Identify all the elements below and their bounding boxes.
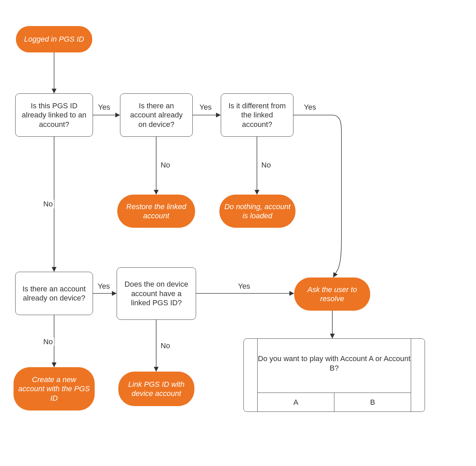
action-do-nothing: Do nothing, account is loaded — [219, 195, 295, 228]
action-ask-user: Ask the user to resolve — [294, 278, 370, 311]
decision-different-linked: Is it different from the linked account? — [221, 93, 293, 137]
decision-device-has-pgs-label: Does the on device account have a linked… — [122, 280, 191, 308]
action-link-pgs: Link PGS ID with device account — [118, 372, 194, 406]
action-restore-label: Restore the linked account — [122, 202, 190, 221]
action-ask-user-label: Ask the user to resolve — [299, 285, 365, 304]
dialog-question: Do you want to play with Account A or Ac… — [258, 354, 411, 373]
decision-account-on-device-1: Is there an account already on device? — [120, 93, 193, 137]
dialog-button-b[interactable]: B — [334, 393, 411, 412]
decision-account-on-device-2-label: Is there an account already on device? — [20, 284, 88, 303]
edge-d3-no: No — [260, 161, 272, 170]
decision-device-has-pgs: Does the on device account have a linked… — [117, 267, 196, 320]
start-node: Logged in PGS ID — [16, 26, 92, 52]
edge-d5-no: No — [159, 341, 171, 350]
flowchart-canvas: Logged in PGS ID Is this PGS ID already … — [0, 0, 476, 466]
dialog-button-a-label: A — [293, 398, 299, 407]
decision-account-on-device-2: Is there an account already on device? — [15, 272, 93, 315]
action-create-account: Create a new account with the PGS ID — [14, 367, 95, 410]
dialog-button-a[interactable]: A — [258, 393, 334, 412]
edge-d3-yes: Yes — [303, 103, 317, 112]
decision-account-on-device-1-label: Is there an account already on device? — [125, 101, 188, 129]
start-label: Logged in PGS ID — [24, 35, 84, 44]
action-link-pgs-label: Link PGS ID with device account — [123, 380, 190, 398]
edge-d1-no: No — [42, 200, 54, 208]
edge-d2-yes: Yes — [198, 103, 213, 112]
dialog-buttons: A B — [258, 393, 411, 412]
dialog-button-b-label: B — [370, 398, 375, 407]
decision-pgs-linked-label: Is this PGS ID already linked to an acco… — [20, 101, 88, 129]
edge-d4-no: No — [42, 337, 54, 346]
edge-d4-yes: Yes — [96, 282, 111, 291]
action-create-account-label: Create a new account with the PGS ID — [18, 375, 90, 403]
dialog-inner-border: Do you want to play with Account A or Ac… — [257, 339, 411, 412]
action-restore: Restore the linked account — [117, 195, 195, 228]
decision-pgs-linked: Is this PGS ID already linked to an acco… — [15, 93, 93, 137]
edge-d5-yes: Yes — [237, 282, 252, 291]
dialog-resolve: Do you want to play with Account A or Ac… — [243, 338, 425, 412]
decision-different-linked-label: Is it different from the linked account? — [226, 101, 288, 129]
action-do-nothing-label: Do nothing, account is loaded — [224, 202, 291, 221]
edge-d1-yes: Yes — [97, 103, 112, 112]
edge-d2-no: No — [159, 161, 171, 170]
